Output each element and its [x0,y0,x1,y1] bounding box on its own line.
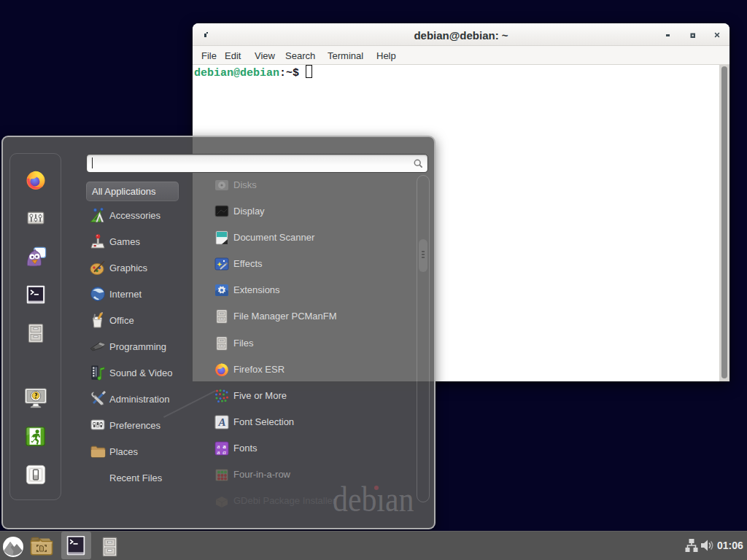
svg-text:a: a [217,448,220,456]
svg-text:a: a [222,448,226,456]
svg-text:A: A [217,416,225,428]
